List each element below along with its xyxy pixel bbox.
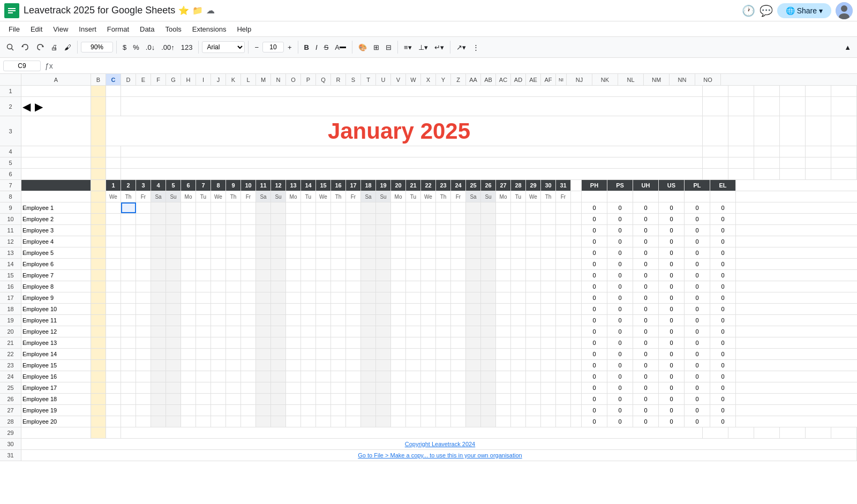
cell-day-19-3[interactable]	[136, 315, 151, 326]
cell-summary-5-UH[interactable]	[754, 157, 780, 168]
cell-summary-1-PH[interactable]	[703, 86, 728, 96]
cell-day-11-16[interactable]	[331, 225, 346, 236]
cell-day-9-4[interactable]	[151, 202, 166, 213]
cell-day-17-5[interactable]	[166, 292, 181, 303]
menu-item-help[interactable]: Help	[232, 24, 255, 34]
cell-summary-26-PL[interactable]: 0	[685, 394, 710, 404]
cell-day-26-28[interactable]	[511, 394, 526, 404]
cell-day-11-13[interactable]	[286, 225, 301, 236]
cell-day-24-9[interactable]	[226, 371, 241, 382]
cell-day-21-20[interactable]	[391, 337, 406, 348]
cell-employee-name-14[interactable]: Employee 6	[21, 259, 91, 269]
cell-day-13-23[interactable]	[436, 247, 451, 258]
cell-day-14-15[interactable]	[316, 259, 331, 269]
cell-day-28-11[interactable]	[256, 416, 271, 427]
cell-day-26-12[interactable]	[271, 394, 286, 404]
cell-day-11-9[interactable]	[226, 225, 241, 236]
col-header-Y[interactable]: Y	[436, 74, 451, 85]
cell-day-21-5[interactable]	[166, 337, 181, 348]
cell-day-13-2[interactable]	[121, 247, 136, 258]
cell-day-25-11[interactable]	[256, 382, 271, 393]
cell-day-26-16[interactable]	[331, 394, 346, 404]
cell-summary-23-PL[interactable]: 0	[685, 360, 710, 371]
cell-C29[interactable]	[106, 427, 121, 438]
row7-day-27[interactable]: 27	[496, 180, 511, 191]
cell-day-10-28[interactable]	[511, 214, 526, 224]
cell-day-28-29[interactable]	[526, 416, 541, 427]
cell-employee-name-24[interactable]: Employee 16	[21, 371, 91, 382]
row8-summary-UH[interactable]	[633, 191, 659, 202]
col-header-K[interactable]: K	[226, 74, 241, 85]
cell-day-15-2[interactable]	[121, 270, 136, 281]
cell-summary-1-PL[interactable]	[806, 86, 831, 96]
cell-day-21-14[interactable]	[301, 337, 316, 348]
cell-day-12-11[interactable]	[256, 236, 271, 247]
cell-summary-17-PL[interactable]: 0	[685, 292, 710, 303]
cell-day-19-26[interactable]	[481, 315, 496, 326]
instruction-text[interactable]: Go to File > Make a copy... to use this …	[356, 452, 522, 458]
cell-day-21-19[interactable]	[376, 337, 391, 348]
cell-day-19-14[interactable]	[301, 315, 316, 326]
nav-right-arrow[interactable]: ▶	[35, 100, 43, 113]
cell-day-20-19[interactable]	[376, 326, 391, 337]
cell-day-26-15[interactable]	[316, 394, 331, 404]
cell-summary-13-UH[interactable]: 0	[633, 247, 659, 258]
cell-day-20-1[interactable]	[106, 326, 121, 337]
cell-day-26-19[interactable]	[376, 394, 391, 404]
cell-day-21-22[interactable]	[421, 337, 436, 348]
cell-day-21-11[interactable]	[256, 337, 271, 348]
cell-day-17-20[interactable]	[391, 292, 406, 303]
cell-day-27-7[interactable]	[196, 405, 211, 416]
col-header-C[interactable]: C	[106, 74, 121, 85]
cell-instruction[interactable]: Go to File > Make a copy... to use this …	[21, 450, 857, 461]
row7-summary-US[interactable]: US	[659, 180, 685, 191]
row8-summary-PS[interactable]	[607, 191, 633, 202]
cell-B20[interactable]	[91, 326, 106, 337]
cell-day-11-25[interactable]	[466, 225, 481, 236]
bold-button[interactable]: B	[302, 42, 312, 52]
cell-day-10-27[interactable]	[496, 214, 511, 224]
cell-day-12-5[interactable]	[166, 236, 181, 247]
cell-day-17-1[interactable]	[106, 292, 121, 303]
row8-day-abbr-2[interactable]: Th	[121, 191, 136, 202]
cell-day-28-19[interactable]	[376, 416, 391, 427]
cell-day-10-5[interactable]	[166, 214, 181, 224]
cell-day-22-1[interactable]	[106, 349, 121, 359]
cell-summary-6-EL[interactable]	[831, 169, 857, 179]
cell-day-18-5[interactable]	[166, 304, 181, 314]
cell-summary-21-PS[interactable]: 0	[607, 337, 633, 348]
cell-NI-1[interactable]	[692, 86, 703, 96]
cell-day-9-16[interactable]	[331, 202, 346, 213]
cell-summary-18-EL[interactable]: 0	[710, 304, 736, 314]
cell-day-10-20[interactable]	[391, 214, 406, 224]
cell-day-26-5[interactable]	[166, 394, 181, 404]
cell-day-9-6[interactable]	[181, 202, 196, 213]
cell-B1[interactable]	[91, 86, 106, 96]
cell-summary-26-UH[interactable]: 0	[633, 394, 659, 404]
cell-day-12-14[interactable]	[301, 236, 316, 247]
cell-summary-16-PS[interactable]: 0	[607, 281, 633, 292]
cell-summary-3-PS[interactable]	[728, 116, 754, 146]
cell-summary-23-US[interactable]: 0	[659, 360, 685, 371]
cell-NI-4[interactable]	[692, 146, 703, 157]
cell-day-17-24[interactable]	[451, 292, 466, 303]
cell-day-24-15[interactable]	[316, 371, 331, 382]
col-header-J[interactable]: J	[211, 74, 226, 85]
cell-summary-17-UH[interactable]: 0	[633, 292, 659, 303]
cell-day-24-14[interactable]	[301, 371, 316, 382]
cell-summary-9-PL[interactable]: 0	[685, 202, 710, 213]
row8-day-abbr-9[interactable]: Th	[226, 191, 241, 202]
cell-day-18-19[interactable]	[376, 304, 391, 314]
cell-day-11-1[interactable]	[106, 225, 121, 236]
col-header-Z[interactable]: Z	[451, 74, 466, 85]
cell-day-20-25[interactable]	[466, 326, 481, 337]
cell-day-16-3[interactable]	[136, 281, 151, 292]
cell-day-25-9[interactable]	[226, 382, 241, 393]
cell-day-16-1[interactable]	[106, 281, 121, 292]
cell-summary-11-PL[interactable]: 0	[685, 225, 710, 236]
cell-day-17-6[interactable]	[181, 292, 196, 303]
cell-day-27-17[interactable]	[346, 405, 361, 416]
cell-day-23-12[interactable]	[271, 360, 286, 371]
cell-day-16-28[interactable]	[511, 281, 526, 292]
cell-day-20-24[interactable]	[451, 326, 466, 337]
